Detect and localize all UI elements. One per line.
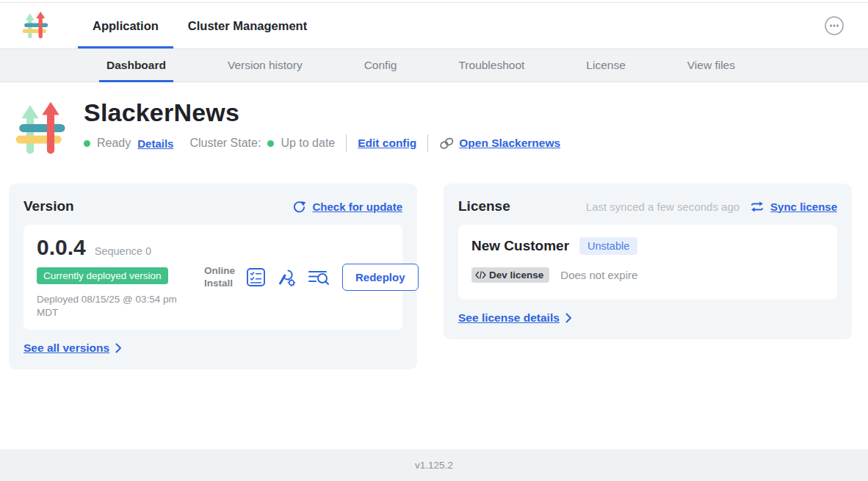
license-type-badge: Dev license	[471, 267, 549, 283]
details-link[interactable]: Details	[137, 137, 173, 150]
open-slackernews-link[interactable]: Open Slackernews	[459, 137, 560, 150]
version-card-title: Version	[23, 198, 74, 214]
app-logo-large-icon	[15, 100, 66, 159]
ellipsis-circle-icon	[824, 15, 845, 36]
preflight-checks-button[interactable]	[246, 267, 266, 287]
sync-arrows-icon	[750, 200, 764, 213]
open-app-group[interactable]: Open Slackernews	[439, 137, 560, 150]
subnav-view-files[interactable]: View files	[687, 49, 735, 82]
see-all-versions-link[interactable]: See all versions	[23, 341, 122, 355]
tab-application[interactable]: Application	[78, 3, 173, 48]
tab-cluster-management[interactable]: Cluster Management	[173, 3, 322, 48]
app-header: SlackerNews Ready Details Cluster State:…	[0, 82, 868, 159]
customer-name: New Customer	[471, 238, 569, 254]
app-status-row: Ready Details Cluster State: Up to date …	[84, 134, 560, 152]
cluster-state-label: Cluster State:	[189, 137, 261, 150]
divider	[427, 134, 428, 152]
view-files-search-icon	[308, 268, 330, 286]
edit-config-link[interactable]: Edit config	[358, 137, 416, 150]
app-logo-icon	[22, 11, 48, 40]
license-card: License Last synced a few seconds ago Sy…	[444, 184, 852, 339]
dashboard-cards: Version Check for update 0.0.4 Sequence …	[9, 184, 859, 369]
refresh-icon	[292, 200, 306, 214]
subnav-dashboard[interactable]: Dashboard	[106, 49, 166, 82]
config-wrench-icon	[277, 267, 297, 287]
subnav-troubleshoot[interactable]: Troubleshoot	[458, 49, 524, 82]
preflight-checklist-icon	[246, 267, 266, 287]
last-synced-text: Last synced a few seconds ago	[586, 200, 739, 213]
divider	[346, 134, 347, 152]
subnav-config[interactable]: Config	[364, 49, 397, 82]
chevron-right-icon	[565, 313, 572, 323]
license-card-title: License	[458, 198, 510, 214]
chevron-right-icon	[115, 343, 122, 353]
version-number: 0.0.4	[37, 235, 86, 260]
main-tabs: Application Cluster Management	[78, 3, 322, 48]
code-icon	[475, 271, 486, 279]
current-version-panel: 0.0.4 Sequence 0 Currently deployed vers…	[23, 225, 402, 330]
version-card: Version Check for update 0.0.4 Sequence …	[9, 184, 417, 369]
console-version: v1.125.2	[415, 460, 453, 471]
deployed-status-badge: Currently deployed version	[37, 267, 168, 284]
license-expiry: Does not expire	[560, 269, 637, 281]
more-menu-button[interactable]	[821, 12, 847, 39]
sync-license-link[interactable]: Sync license	[770, 200, 837, 213]
app-status-text: Ready	[97, 137, 131, 150]
check-for-update-link[interactable]: Check for update	[312, 200, 402, 213]
page-footer: v1.125.2	[0, 449, 868, 481]
main-header: Application Cluster Management	[0, 3, 868, 48]
redeploy-button[interactable]: Redeploy	[342, 264, 419, 291]
install-type-label: Online Install	[204, 265, 235, 290]
view-diff-button[interactable]	[308, 268, 330, 286]
app-status-dot	[84, 140, 90, 147]
channel-badge: Unstable	[579, 237, 637, 255]
page-title: SlackerNews	[84, 98, 560, 127]
sequence-label: Sequence 0	[95, 245, 151, 257]
license-details-panel: New Customer Unstable Dev license Does n…	[458, 225, 837, 300]
see-license-details-link[interactable]: See license details	[458, 311, 572, 325]
check-update-group[interactable]: Check for update	[292, 200, 402, 214]
cluster-state-dot	[267, 140, 274, 147]
app-subnav: Dashboard Version history Config Trouble…	[0, 48, 868, 82]
chain-link-icon	[439, 137, 455, 150]
subnav-version-history[interactable]: Version history	[228, 49, 303, 82]
cluster-state-value: Up to date	[281, 137, 335, 150]
subnav-license[interactable]: License	[586, 49, 625, 82]
deployed-timestamp: Deployed 08/15/25 @ 03:54 pm MDT	[37, 293, 195, 319]
header-spacer	[322, 3, 821, 48]
edit-config-button[interactable]	[277, 267, 297, 287]
